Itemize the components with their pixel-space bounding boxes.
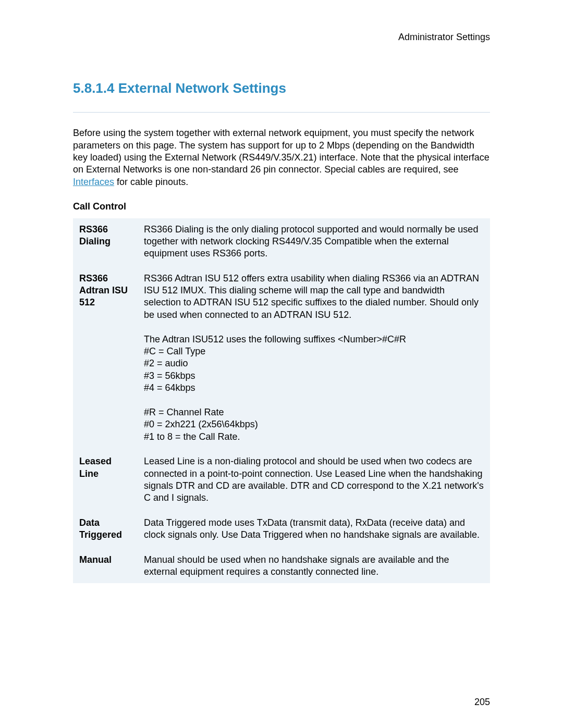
call-control-subhead: Call Control — [73, 201, 490, 213]
table-row: Leased Line Leased Line is a non-dialing… — [73, 448, 490, 510]
table-row: RS366 Adtran ISU 512 RS366 Adtran ISU 51… — [73, 265, 490, 448]
desc-data-triggered: Data Triggered mode uses TxData (transmi… — [138, 510, 490, 547]
table-row: RS366 Dialing RS366 Dialing is the only … — [73, 218, 490, 265]
intro-after-link: for cable pinouts. — [114, 177, 188, 187]
term-leased-line: Leased Line — [73, 448, 138, 510]
desc-rs366-adtran: RS366 Adtran ISU 512 offers extra usabil… — [138, 265, 490, 448]
table-row: Data Triggered Data Triggered mode uses … — [73, 510, 490, 547]
section-title-text: External Network Settings — [118, 80, 286, 96]
header-right-text: Administrator Settings — [73, 31, 490, 43]
term-rs366-adtran: RS366 Adtran ISU 512 — [73, 265, 138, 448]
desc-text: Manual should be used when no handshake … — [144, 554, 484, 578]
table-row: Manual Manual should be used when no han… — [73, 547, 490, 584]
interfaces-link[interactable]: Interfaces — [73, 177, 114, 187]
desc-text: RS366 Dialing is the only dialing protoc… — [144, 224, 484, 260]
section-number: 5.8.1.4 — [73, 80, 115, 96]
intro-before-link: Before using the system together with ex… — [73, 128, 489, 175]
intro-paragraph: Before using the system together with ex… — [73, 127, 490, 188]
term-data-triggered: Data Triggered — [73, 510, 138, 547]
desc-manual: Manual should be used when no handshake … — [138, 547, 490, 584]
call-control-table: RS366 Dialing RS366 Dialing is the only … — [73, 218, 490, 584]
desc-rs366-dialing: RS366 Dialing is the only dialing protoc… — [138, 218, 490, 265]
desc-text: RS366 Adtran ISU 512 offers extra usabil… — [144, 273, 484, 443]
section-heading: 5.8.1.4 External Network Settings — [73, 80, 490, 97]
desc-text: Data Triggered mode uses TxData (transmi… — [144, 517, 484, 541]
horizontal-rule — [73, 112, 490, 113]
page-number: 205 — [474, 696, 490, 708]
page: Administrator Settings 5.8.1.4 External … — [0, 0, 563, 728]
term-manual: Manual — [73, 547, 138, 584]
desc-leased-line: Leased Line is a non-dialing protocol an… — [138, 448, 490, 510]
term-rs366-dialing: RS366 Dialing — [73, 218, 138, 265]
desc-text: Leased Line is a non-dialing protocol an… — [144, 455, 484, 504]
